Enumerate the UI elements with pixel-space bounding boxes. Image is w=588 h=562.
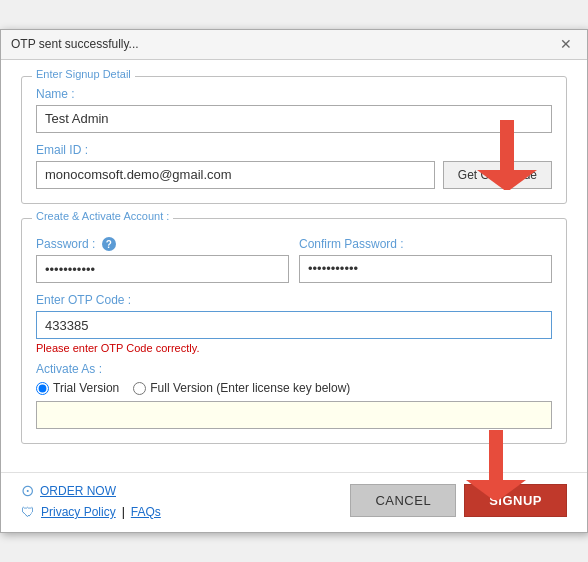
license-key-input[interactable] (36, 401, 552, 429)
policy-row: 🛡 Privacy Policy | FAQs (21, 504, 161, 520)
separator: | (122, 505, 125, 519)
order-link[interactable]: ORDER NOW (40, 484, 116, 498)
button-group: CANCEL SIGNUP (350, 484, 567, 517)
password-row: Password : ? Confirm Password : (36, 237, 552, 284)
trial-label: Trial Version (53, 381, 119, 395)
title-bar: OTP sent successfully... ✕ (1, 30, 587, 60)
main-window: OTP sent successfully... ✕ Enter Signup … (0, 29, 588, 534)
trial-radio-option[interactable]: Trial Version (36, 381, 119, 395)
name-input[interactable] (36, 105, 552, 133)
order-row: ⊙ ORDER NOW (21, 481, 161, 500)
signup-section-label: Enter Signup Detail (32, 68, 135, 80)
email-input[interactable] (36, 161, 435, 189)
get-otp-button[interactable]: Get OTP Code (443, 161, 552, 189)
email-label: Email ID : (36, 143, 552, 157)
name-label: Name : (36, 87, 552, 101)
otp-error: Please enter OTP Code correctly. (36, 342, 552, 354)
close-button[interactable]: ✕ (555, 35, 577, 53)
signup-button[interactable]: SIGNUP (464, 484, 567, 517)
full-radio[interactable] (133, 382, 146, 395)
confirm-input[interactable] (299, 255, 552, 283)
trial-radio[interactable] (36, 382, 49, 395)
otp-group: Enter OTP Code : Please enter OTP Code c… (36, 293, 552, 354)
confirm-label: Confirm Password : (299, 237, 552, 251)
full-label: Full Version (Enter license key below) (150, 381, 350, 395)
password-input[interactable] (36, 255, 289, 283)
full-radio-option[interactable]: Full Version (Enter license key below) (133, 381, 350, 395)
main-content: Enter Signup Detail Name : Email ID : Ge… (1, 60, 587, 473)
activate-label: Activate As : (36, 362, 552, 376)
otp-label: Enter OTP Code : (36, 293, 552, 307)
shield-icon: 🛡 (21, 504, 35, 520)
order-icon: ⊙ (21, 481, 34, 500)
help-icon[interactable]: ? (102, 237, 116, 251)
window-title: OTP sent successfully... (11, 37, 139, 51)
radio-group: Trial Version Full Version (Enter licens… (36, 381, 552, 395)
password-field-group: Password : ? (36, 237, 289, 284)
password-label: Password : ? (36, 237, 289, 252)
account-section-label: Create & Activate Account : (32, 210, 173, 222)
footer: ⊙ ORDER NOW 🛡 Privacy Policy | FAQs CANC… (1, 472, 587, 532)
privacy-link[interactable]: Privacy Policy (41, 505, 116, 519)
account-section: Create & Activate Account : Password : ?… (21, 218, 567, 445)
confirm-field-group: Confirm Password : (299, 237, 552, 284)
cancel-button[interactable]: CANCEL (350, 484, 456, 517)
footer-links: ⊙ ORDER NOW 🛡 Privacy Policy | FAQs (21, 481, 161, 520)
faq-link[interactable]: FAQs (131, 505, 161, 519)
email-row: Get OTP Code (36, 161, 552, 189)
signup-section: Enter Signup Detail Name : Email ID : Ge… (21, 76, 567, 204)
otp-input[interactable] (36, 311, 552, 339)
